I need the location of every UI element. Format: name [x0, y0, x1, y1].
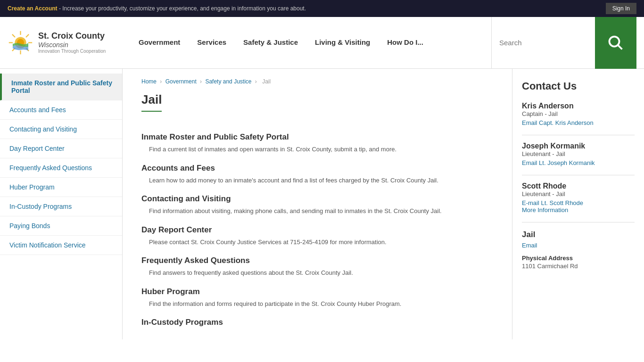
logo-area: St. Croix County Wisconsin Innovation Th… — [8, 30, 130, 56]
section-day-report-center: Day Report Center Please contact St. Cro… — [141, 225, 493, 247]
contact-name-kris: Kris Anderson — [522, 102, 635, 110]
sidebar-item-accounts-fees[interactable]: Accounts and Fees — [0, 100, 122, 120]
logo-icon — [8, 30, 33, 56]
section-desc-accounts-fees: Learn how to add money to an inmate's ac… — [141, 176, 493, 185]
sidebar-item-in-custody-programs[interactable]: In-Custody Programs — [0, 197, 122, 216]
logo-line1: St. Croix County — [38, 32, 106, 41]
physical-address-value: 1101 Carmichael Rd — [522, 263, 578, 270]
nav-government[interactable]: Government — [130, 17, 189, 68]
svg-line-8 — [26, 34, 29, 37]
section-title-faq: Frequently Asked Questions — [141, 256, 493, 265]
section-title-contacting-visiting: Contacting and Visiting — [141, 194, 493, 204]
content-wrapper: Inmate Roster and Public Safety Portal A… — [0, 69, 644, 339]
main-content: Home › Government › Safety and Justice ›… — [123, 69, 512, 339]
jail-section-title: Jail — [522, 230, 635, 239]
breadcrumb: Home › Government › Safety and Justice ›… — [141, 78, 493, 85]
section-in-custody-programs: In-Custody Programs — [141, 318, 493, 327]
section-inmate-roster: Inmate Roster and Public Safety Portal F… — [141, 132, 493, 154]
jail-email-link[interactable]: Email — [522, 242, 537, 249]
section-title-day-report-center: Day Report Center — [141, 225, 493, 235]
search-button[interactable] — [595, 17, 636, 69]
search-input[interactable] — [499, 39, 575, 47]
logo-subtitle: Innovation Through Cooperation — [38, 49, 106, 54]
sidebar: Inmate Roster and Public Safety Portal A… — [0, 69, 123, 339]
section-huber-program: Huber Program Find the information and f… — [141, 287, 493, 309]
contact-role-kris: Captain - Jail — [522, 110, 635, 117]
section-desc-day-report-center: Please contact St. Croix County Justice … — [141, 238, 493, 247]
nav-how-do-i[interactable]: How Do I... — [379, 17, 432, 68]
svg-line-6 — [12, 34, 15, 37]
contact-email-scott[interactable]: E-mail Lt. Scott Rhode — [522, 199, 635, 206]
banner-text: - Increase your productivity, customize … — [59, 5, 306, 12]
contact-name-scott: Scott Rhode — [522, 182, 635, 190]
contact-email-joseph[interactable]: Email Lt. Joseph Kormanik — [522, 159, 635, 166]
section-faq: Frequently Asked Questions Find answers … — [141, 256, 493, 278]
sidebar-item-inmate-roster[interactable]: Inmate Roster and Public Safety Portal — [0, 74, 122, 100]
svg-point-10 — [610, 36, 619, 46]
sidebar-item-paying-bonds[interactable]: Paying Bonds — [0, 216, 122, 236]
breadcrumb-sep2: › — [200, 78, 203, 85]
section-desc-faq: Find answers to frequently asked questio… — [141, 268, 493, 278]
contact-kris-anderson: Kris Anderson Captain - Jail Email Capt.… — [522, 102, 635, 126]
nav-services[interactable]: Services — [189, 17, 235, 68]
logo-text: St. Croix County Wisconsin Innovation Th… — [38, 32, 106, 54]
nav-living-visiting[interactable]: Living & Visiting — [306, 17, 379, 68]
sidebar-item-huber-program[interactable]: Huber Program — [0, 178, 122, 197]
section-contacting-visiting: Contacting and Visiting Find information… — [141, 194, 493, 216]
contact-name-joseph: Joseph Kormanik — [522, 142, 635, 150]
contact-role-scott: Lieutenant - Jail — [522, 190, 635, 197]
svg-line-11 — [618, 45, 622, 49]
section-title-accounts-fees: Accounts and Fees — [141, 164, 493, 173]
nav-safety-justice[interactable]: Safety & Justice — [235, 17, 306, 68]
contact-us-title: Contact Us — [522, 80, 635, 92]
main-nav: Government Services Safety & Justice Liv… — [130, 17, 491, 68]
breadcrumb-home[interactable]: Home — [141, 78, 157, 85]
breadcrumb-government[interactable]: Government — [165, 78, 197, 85]
sidebar-item-victim-notification[interactable]: Victim Notification Service — [0, 236, 122, 255]
section-title-huber-program: Huber Program — [141, 287, 493, 296]
sidebar-item-faq[interactable]: Frequently Asked Questions — [0, 158, 122, 178]
right-sidebar: Contact Us Kris Anderson Captain - Jail … — [512, 69, 644, 339]
top-banner: Create an Account - Increase your produc… — [0, 0, 644, 17]
logo-line2: Wisconsin — [38, 41, 106, 49]
search-area — [491, 17, 595, 68]
section-accounts-fees: Accounts and Fees Learn how to add money… — [141, 164, 493, 185]
physical-address-label: Physical Address — [522, 255, 635, 262]
search-icon — [607, 34, 624, 51]
create-account-link[interactable]: Create an Account — [8, 5, 58, 12]
section-title-in-custody-programs: In-Custody Programs — [141, 318, 493, 327]
contact-role-joseph: Lieutenant - Jail — [522, 150, 635, 157]
section-desc-contacting-visiting: Find information about visiting, making … — [141, 206, 493, 216]
contact-scott-rhode: Scott Rhode Lieutenant - Jail E-mail Lt.… — [522, 182, 635, 214]
page-title: Jail — [141, 92, 162, 112]
divider-2 — [522, 175, 635, 175]
physical-address: Physical Address 1101 Carmichael Rd — [522, 255, 635, 270]
breadcrumb-sep3: › — [255, 78, 258, 85]
breadcrumb-safety-justice[interactable]: Safety and Justice — [205, 78, 251, 85]
section-desc-huber-program: Find the information and forms required … — [141, 299, 493, 309]
section-desc-inmate-roster: Find a current list of inmates and open … — [141, 145, 493, 154]
divider-3 — [522, 222, 635, 222]
sidebar-item-contacting-visiting[interactable]: Contacting and Visiting — [0, 120, 122, 139]
section-title-inmate-roster: Inmate Roster and Public Safety Portal — [141, 132, 493, 142]
breadcrumb-sep1: › — [160, 78, 163, 85]
header: St. Croix County Wisconsin Innovation Th… — [0, 17, 644, 69]
contact-more-scott[interactable]: More Information — [522, 206, 635, 214]
sidebar-item-day-report-center[interactable]: Day Report Center — [0, 139, 122, 158]
divider-1 — [522, 135, 635, 135]
contact-joseph-kormanik: Joseph Kormanik Lieutenant - Jail Email … — [522, 142, 635, 166]
sign-in-button[interactable]: Sign In — [606, 3, 636, 14]
contact-email-kris[interactable]: Email Capt. Kris Anderson — [522, 119, 635, 126]
breadcrumb-current: Jail — [262, 78, 271, 85]
